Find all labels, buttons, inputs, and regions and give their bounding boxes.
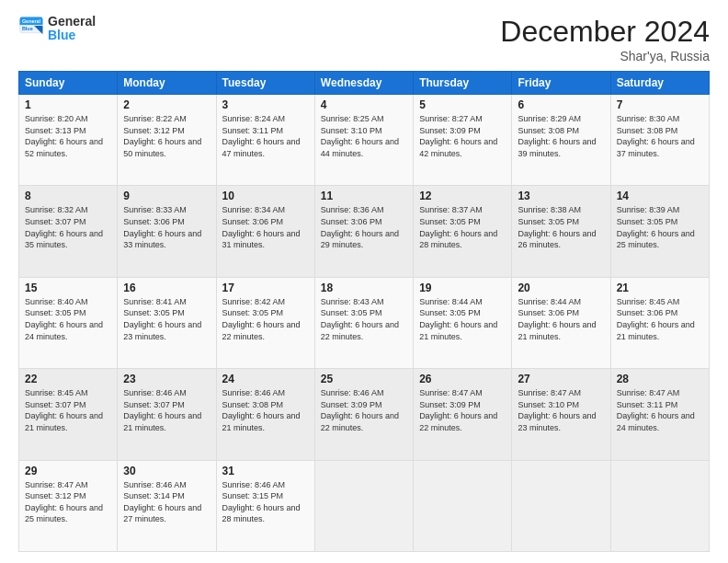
logo: General Blue General Blue xyxy=(18,15,96,43)
day-info: Sunrise: 8:44 AM Sunset: 3:06 PM Dayligh… xyxy=(518,296,604,342)
day-cell: 1 Sunrise: 8:20 AM Sunset: 3:13 PM Dayli… xyxy=(19,95,118,186)
day-info: Sunrise: 8:41 AM Sunset: 3:05 PM Dayligh… xyxy=(123,296,210,342)
day-info: Sunrise: 8:27 AM Sunset: 3:09 PM Dayligh… xyxy=(419,113,506,159)
day-number: 27 xyxy=(518,373,604,385)
day-info: Sunrise: 8:37 AM Sunset: 3:05 PM Dayligh… xyxy=(419,204,506,250)
week-row-1: 1 Sunrise: 8:20 AM Sunset: 3:13 PM Dayli… xyxy=(19,95,710,186)
day-cell: 2 Sunrise: 8:22 AM Sunset: 3:12 PM Dayli… xyxy=(118,95,216,186)
day-info: Sunrise: 8:40 AM Sunset: 3:05 PM Dayligh… xyxy=(25,296,111,342)
day-info: Sunrise: 8:45 AM Sunset: 3:06 PM Dayligh… xyxy=(617,296,703,342)
day-cell: 28 Sunrise: 8:47 AM Sunset: 3:11 PM Dayl… xyxy=(610,369,709,460)
day-cell: 21 Sunrise: 8:45 AM Sunset: 3:06 PM Dayl… xyxy=(610,277,709,368)
day-cell: 6 Sunrise: 8:29 AM Sunset: 3:08 PM Dayli… xyxy=(512,95,610,186)
day-info: Sunrise: 8:20 AM Sunset: 3:13 PM Dayligh… xyxy=(25,113,111,159)
header: General Blue General Blue December 2024 … xyxy=(18,15,710,63)
day-number: 2 xyxy=(123,98,210,111)
day-cell: 3 Sunrise: 8:24 AM Sunset: 3:11 PM Dayli… xyxy=(216,95,314,186)
day-cell: 19 Sunrise: 8:44 AM Sunset: 3:05 PM Dayl… xyxy=(414,277,512,368)
day-cell: 30 Sunrise: 8:46 AM Sunset: 3:14 PM Dayl… xyxy=(118,460,216,551)
day-cell: 31 Sunrise: 8:46 AM Sunset: 3:15 PM Dayl… xyxy=(216,460,314,551)
day-number: 24 xyxy=(222,373,309,385)
day-number: 13 xyxy=(518,190,604,202)
day-cell: 10 Sunrise: 8:34 AM Sunset: 3:06 PM Dayl… xyxy=(216,186,314,277)
day-number: 9 xyxy=(123,190,210,202)
day-number: 30 xyxy=(123,465,210,477)
location: Shar'ya, Russia xyxy=(500,49,710,63)
day-info: Sunrise: 8:46 AM Sunset: 3:08 PM Dayligh… xyxy=(222,387,309,433)
day-number: 31 xyxy=(222,465,309,477)
day-info: Sunrise: 8:47 AM Sunset: 3:09 PM Dayligh… xyxy=(419,387,506,433)
day-number: 5 xyxy=(419,98,506,111)
title-block: December 2024 Shar'ya, Russia xyxy=(500,15,710,63)
logo-icon: General Blue xyxy=(18,16,44,41)
day-cell: 7 Sunrise: 8:30 AM Sunset: 3:08 PM Dayli… xyxy=(610,95,709,186)
day-info: Sunrise: 8:46 AM Sunset: 3:07 PM Dayligh… xyxy=(123,387,210,433)
header-day-sunday: Sunday xyxy=(19,72,118,95)
day-number: 17 xyxy=(222,282,309,294)
logo-line1: General xyxy=(48,15,96,29)
day-number: 29 xyxy=(25,465,111,477)
day-info: Sunrise: 8:45 AM Sunset: 3:07 PM Dayligh… xyxy=(25,387,111,433)
calendar-table: SundayMondayTuesdayWednesdayThursdayFrid… xyxy=(18,71,710,552)
day-cell xyxy=(414,460,512,551)
day-cell xyxy=(314,460,413,551)
day-info: Sunrise: 8:22 AM Sunset: 3:12 PM Dayligh… xyxy=(123,113,210,159)
day-number: 7 xyxy=(617,98,703,111)
day-cell: 26 Sunrise: 8:47 AM Sunset: 3:09 PM Dayl… xyxy=(414,369,512,460)
day-number: 3 xyxy=(222,98,309,111)
header-day-friday: Friday xyxy=(512,72,610,95)
day-info: Sunrise: 8:47 AM Sunset: 3:10 PM Dayligh… xyxy=(518,387,604,433)
day-info: Sunrise: 8:25 AM Sunset: 3:10 PM Dayligh… xyxy=(321,113,407,159)
month-title: December 2024 xyxy=(500,15,710,49)
day-number: 4 xyxy=(321,98,407,111)
day-info: Sunrise: 8:32 AM Sunset: 3:07 PM Dayligh… xyxy=(25,204,111,250)
calendar-header: SundayMondayTuesdayWednesdayThursdayFrid… xyxy=(19,72,710,95)
day-number: 16 xyxy=(123,282,210,294)
week-row-3: 15 Sunrise: 8:40 AM Sunset: 3:05 PM Dayl… xyxy=(19,277,710,368)
day-info: Sunrise: 8:47 AM Sunset: 3:12 PM Dayligh… xyxy=(25,479,111,525)
day-cell: 22 Sunrise: 8:45 AM Sunset: 3:07 PM Dayl… xyxy=(19,369,118,460)
day-number: 15 xyxy=(25,282,111,294)
day-number: 28 xyxy=(617,373,703,385)
day-number: 8 xyxy=(25,190,111,202)
day-number: 26 xyxy=(419,373,506,385)
header-day-monday: Monday xyxy=(118,72,216,95)
day-cell: 13 Sunrise: 8:38 AM Sunset: 3:05 PM Dayl… xyxy=(512,186,610,277)
week-row-4: 22 Sunrise: 8:45 AM Sunset: 3:07 PM Dayl… xyxy=(19,369,710,460)
day-info: Sunrise: 8:47 AM Sunset: 3:11 PM Dayligh… xyxy=(617,387,703,433)
day-info: Sunrise: 8:46 AM Sunset: 3:14 PM Dayligh… xyxy=(123,479,210,525)
day-cell: 27 Sunrise: 8:47 AM Sunset: 3:10 PM Dayl… xyxy=(512,369,610,460)
day-info: Sunrise: 8:43 AM Sunset: 3:05 PM Dayligh… xyxy=(321,296,407,342)
logo-line2: Blue xyxy=(48,29,96,42)
day-number: 22 xyxy=(25,373,111,385)
page: General Blue General Blue December 2024 … xyxy=(0,0,728,563)
day-cell: 24 Sunrise: 8:46 AM Sunset: 3:08 PM Dayl… xyxy=(216,369,314,460)
day-cell: 15 Sunrise: 8:40 AM Sunset: 3:05 PM Dayl… xyxy=(19,277,118,368)
day-info: Sunrise: 8:44 AM Sunset: 3:05 PM Dayligh… xyxy=(419,296,506,342)
day-cell: 14 Sunrise: 8:39 AM Sunset: 3:05 PM Dayl… xyxy=(610,186,709,277)
day-number: 25 xyxy=(321,373,407,385)
header-day-thursday: Thursday xyxy=(414,72,512,95)
header-day-tuesday: Tuesday xyxy=(216,72,314,95)
day-number: 18 xyxy=(321,282,407,294)
day-info: Sunrise: 8:24 AM Sunset: 3:11 PM Dayligh… xyxy=(222,113,309,159)
day-info: Sunrise: 8:42 AM Sunset: 3:05 PM Dayligh… xyxy=(222,296,309,342)
day-number: 11 xyxy=(321,190,407,202)
week-row-2: 8 Sunrise: 8:32 AM Sunset: 3:07 PM Dayli… xyxy=(19,186,710,277)
day-cell xyxy=(512,460,610,551)
day-cell: 25 Sunrise: 8:46 AM Sunset: 3:09 PM Dayl… xyxy=(314,369,413,460)
day-cell: 8 Sunrise: 8:32 AM Sunset: 3:07 PM Dayli… xyxy=(19,186,118,277)
day-cell: 29 Sunrise: 8:47 AM Sunset: 3:12 PM Dayl… xyxy=(19,460,118,551)
day-info: Sunrise: 8:34 AM Sunset: 3:06 PM Dayligh… xyxy=(222,204,309,250)
day-cell: 5 Sunrise: 8:27 AM Sunset: 3:09 PM Dayli… xyxy=(414,95,512,186)
day-cell: 4 Sunrise: 8:25 AM Sunset: 3:10 PM Dayli… xyxy=(314,95,413,186)
header-day-wednesday: Wednesday xyxy=(314,72,413,95)
day-number: 21 xyxy=(617,282,703,294)
day-cell: 9 Sunrise: 8:33 AM Sunset: 3:06 PM Dayli… xyxy=(118,186,216,277)
day-info: Sunrise: 8:30 AM Sunset: 3:08 PM Dayligh… xyxy=(617,113,703,159)
header-day-saturday: Saturday xyxy=(610,72,709,95)
day-cell: 17 Sunrise: 8:42 AM Sunset: 3:05 PM Dayl… xyxy=(216,277,314,368)
day-cell: 11 Sunrise: 8:36 AM Sunset: 3:06 PM Dayl… xyxy=(314,186,413,277)
svg-text:Blue: Blue xyxy=(22,26,33,31)
day-cell: 23 Sunrise: 8:46 AM Sunset: 3:07 PM Dayl… xyxy=(118,369,216,460)
